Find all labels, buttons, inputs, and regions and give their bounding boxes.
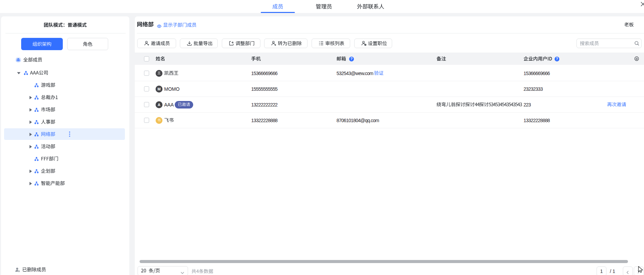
svg-text:?: ? [350, 57, 352, 61]
svg-text:?: ? [556, 57, 558, 61]
